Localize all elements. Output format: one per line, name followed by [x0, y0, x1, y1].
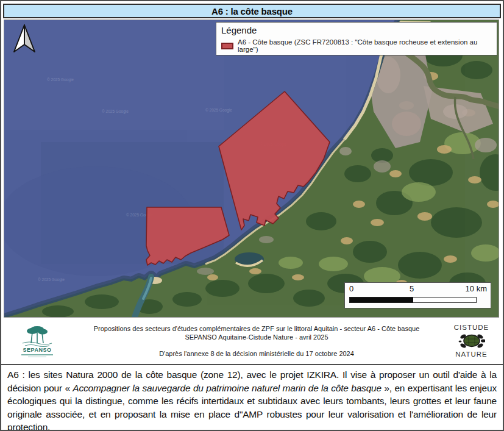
description-box: A6 : les sites Natura 2000 de la côte ba… — [1, 364, 503, 431]
figure-frame: A6 : la côte basque © 2025 Google © 2025… — [0, 0, 504, 431]
map-watermark: © 2025 Google — [205, 108, 232, 113]
cistude-logo-top-label: CISTUDE — [454, 324, 489, 331]
map-area: © 2025 Google © 2025 Google © 2025 Googl… — [4, 20, 499, 318]
turtle-icon — [458, 331, 485, 351]
scale-label-0: 0 — [349, 284, 353, 293]
zone-swatch — [221, 43, 233, 49]
legend-title: Légende — [221, 25, 492, 35]
pine-trees-icon — [20, 326, 54, 348]
satellite-map-image: © 2025 Google © 2025 Google © 2025 Googl… — [4, 20, 499, 318]
map-watermark: © 2025 Google — [38, 277, 65, 282]
scale-label-5: 5 — [410, 284, 414, 293]
scale-label-10km: 10 km — [466, 284, 487, 293]
sepanso-tagline — [21, 354, 53, 355]
description-text-italic: Accompagner la sauvegarde du patrimoine … — [73, 383, 382, 393]
cistude-nature-logo: CISTUDE NATURE — [442, 324, 500, 358]
cistude-logo-bottom-label: NATURE — [455, 351, 487, 358]
sepanso-logo-label: SEPANSO — [23, 347, 52, 353]
caption-line-3: D'après l'annexe 8 de la décision minist… — [71, 349, 442, 358]
caption-text: Propositions des secteurs d'études compl… — [71, 324, 442, 358]
figure-title-bar: A6 : la côte basque — [3, 4, 501, 18]
map-watermark: © 2025 Google — [47, 77, 74, 82]
scale-bar: 0 5 10 km — [344, 282, 491, 308]
caption-strip: SEPANSO Propositions des secteurs d'étud… — [4, 318, 500, 364]
map-watermark: © 2025 Google — [102, 109, 129, 114]
scale-bar-track — [349, 297, 477, 303]
caption-line-1: Propositions des secteurs d'études compl… — [71, 324, 442, 333]
map-legend: Légende A6 - Côte basque (ZSC FR7200813 … — [216, 22, 497, 55]
caption-line-2: SEPANSO Aquitaine-Cistude Nature - avril… — [71, 333, 442, 341]
sepanso-logo: SEPANSO — [4, 325, 71, 357]
figure-title: A6 : la côte basque — [211, 6, 293, 16]
legend-item-label: A6 - Côte basque (ZSC FR7200813 : "Côte … — [238, 38, 492, 53]
legend-item: A6 - Côte basque (ZSC FR7200813 : "Côte … — [221, 38, 492, 53]
